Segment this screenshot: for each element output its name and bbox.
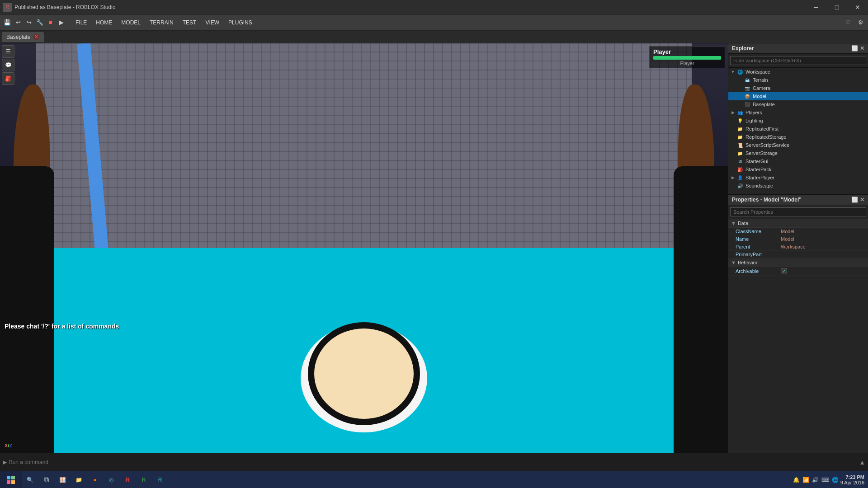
taskbar-roblox-2[interactable]: R [136, 471, 152, 488]
menu-view[interactable]: VIEW [201, 18, 224, 28]
properties-close-icon[interactable]: ✕ [860, 197, 864, 203]
tree-expand-13[interactable]: ▶ [730, 175, 736, 180]
maximize-button[interactable]: □ [826, 0, 847, 14]
save-icon[interactable]: 💾 [2, 17, 13, 28]
taskbar-store[interactable]: 🪟 [54, 471, 71, 488]
menu-terrain[interactable]: TERRAIN [145, 18, 178, 28]
prop-section-data[interactable]: ▼Data [728, 219, 868, 228]
prop-value-parent[interactable]: Workspace [781, 244, 865, 249]
taskbar-chrome[interactable]: ◎ [103, 471, 119, 488]
taskbar-search[interactable]: 🔍 [22, 471, 38, 488]
explorer-title: Explorer [732, 45, 754, 52]
svg-rect-3 [11, 480, 15, 484]
explorer-search-input[interactable] [730, 56, 866, 65]
tree-icon-11: 🖥 [736, 158, 744, 165]
tree-item-workspace[interactable]: ▼ 🌐 Workspace [728, 68, 868, 76]
toggle-menu-button[interactable]: ☰ [2, 45, 14, 58]
tree-item-model[interactable]: 📦 Model [728, 92, 868, 100]
tree-item-replicatedstorage[interactable]: 📁 ReplicatedStorage [728, 133, 868, 141]
tree-expand-3[interactable] [737, 94, 743, 99]
sound-icon[interactable]: 🔊 [812, 477, 819, 483]
properties-search-input[interactable] [730, 207, 866, 216]
tree-expand-10[interactable] [730, 150, 736, 156]
tree-item-serverstorage[interactable]: 📁 ServerStorage [728, 149, 868, 157]
tree-item-starterplayer[interactable]: ▶ 👤 StarterPlayer [728, 174, 868, 182]
taskbar-browser[interactable]: ● [87, 471, 103, 488]
explorer-search-container [728, 54, 868, 68]
redo-icon[interactable]: ↪ [24, 17, 34, 28]
menu-test[interactable]: TEST [178, 18, 201, 28]
network-icon[interactable]: 🌐 [832, 477, 839, 483]
input-icon[interactable]: ⌨ [821, 477, 829, 483]
properties-expand-icon[interactable]: ⬜ [851, 197, 858, 203]
tree-expand-9[interactable] [730, 142, 736, 148]
menu-home[interactable]: HOME [91, 18, 117, 28]
tab-baseplate[interactable]: Baseplate ✕ [2, 32, 44, 42]
taskbar-task-view[interactable]: ⧉ [38, 471, 54, 488]
tree-item-serverscriptservice[interactable]: 📜 ServerScriptService [728, 141, 868, 149]
explorer-close-icon[interactable]: ✕ [860, 45, 864, 52]
undo-icon[interactable]: ↩ [13, 17, 24, 28]
tree-expand-11[interactable] [730, 159, 736, 164]
tree-expand-14[interactable] [730, 183, 736, 188]
dark-side-right [674, 166, 728, 453]
close-button[interactable]: ✕ [847, 0, 868, 14]
player-name-label: Player [653, 61, 721, 66]
inventory-button[interactable]: 🎒 [2, 72, 14, 85]
tree-item-terrain[interactable]: 🏔 Terrain [728, 76, 868, 84]
tree-icon-5: 👥 [736, 109, 744, 116]
character [296, 306, 432, 432]
tree-item-starterpack[interactable]: 🎒 StarterPack [728, 165, 868, 174]
game-canvas: Player Player Please chat '/?' for a lis… [0, 43, 728, 453]
tree-expand-5[interactable]: ▶ [730, 110, 736, 115]
tree-icon-13: 👤 [736, 174, 744, 181]
tree-expand-6[interactable] [730, 118, 736, 123]
command-input[interactable] [9, 459, 859, 465]
start-button[interactable] [0, 471, 22, 488]
prop-checkbox-archivable[interactable]: ✓ [781, 268, 787, 274]
stop-icon[interactable]: ■ [45, 17, 56, 28]
prop-section-behavior[interactable]: ▼Behavior [728, 258, 868, 267]
chat-button[interactable]: 💬 [2, 59, 14, 71]
settings-icon[interactable]: ⚙ [855, 17, 866, 28]
command-send-icon[interactable]: ▲ [859, 459, 865, 466]
wifi-icon[interactable]: 📶 [802, 477, 809, 483]
menu-file[interactable]: FILE [71, 18, 91, 28]
minimize-button[interactable]: ─ [806, 0, 826, 14]
tree-item-soundscape[interactable]: 🔊 Soundscape [728, 182, 868, 190]
taskbar-roblox[interactable]: R [119, 471, 136, 488]
tree-item-camera[interactable]: 📷 Camera [728, 84, 868, 92]
tree-item-players[interactable]: ▶ 👥 Players [728, 108, 868, 117]
taskbar-explorer[interactable]: 📁 [71, 471, 87, 488]
tree-item-lighting[interactable]: 💡 Lighting [728, 117, 868, 125]
tree-item-baseplate[interactable]: ⬛ Baseplate [728, 100, 868, 108]
prop-row-name: NameModel [728, 235, 868, 243]
tab-close-button[interactable]: ✕ [33, 34, 39, 40]
tree-expand-12[interactable] [730, 167, 736, 172]
prop-value-classname[interactable]: Model [781, 229, 865, 234]
prop-row-primarypart: PrimaryPart [728, 251, 868, 258]
run-icon[interactable]: ▶ [56, 17, 67, 28]
menu-plugins[interactable]: PLUGINS [224, 18, 257, 28]
tree-expand-0[interactable]: ▼ [730, 69, 736, 75]
tree-item-replicatedfirst[interactable]: 📁 ReplicatedFirst [728, 125, 868, 133]
prop-row-parent: ParentWorkspace [728, 243, 868, 251]
tree-icon-4: ⬛ [744, 101, 751, 108]
explorer-expand-icon[interactable]: ⬜ [851, 45, 858, 52]
tree-expand-8[interactable] [730, 134, 736, 140]
tree-expand-1[interactable] [737, 77, 743, 83]
menu-model[interactable]: MODEL [117, 18, 145, 28]
tree-item-startergui[interactable]: 🖥 StarterGui [728, 157, 868, 165]
tool-icon[interactable]: 🔧 [34, 17, 45, 28]
tree-expand-7[interactable] [730, 126, 736, 131]
svg-rect-0 [7, 476, 10, 479]
taskbar-roblox-3[interactable]: R [152, 471, 168, 488]
viewport[interactable]: Player Player Please chat '/?' for a lis… [0, 43, 728, 453]
prop-value-name[interactable]: Model [781, 236, 865, 242]
tree-expand-2[interactable] [737, 85, 743, 91]
notification-icon[interactable]: 🔔 [793, 477, 800, 483]
heart-icon[interactable]: ♡ [843, 17, 854, 28]
clock[interactable]: 7:23 PM 9 Apr 2016 [840, 474, 864, 485]
clock-time: 7:23 PM [840, 474, 864, 480]
tree-expand-4[interactable] [737, 102, 743, 107]
